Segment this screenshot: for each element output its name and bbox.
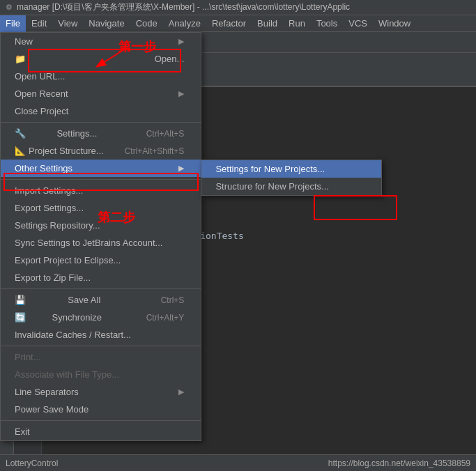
menu-file[interactable]: File bbox=[0, 15, 26, 32]
status-bar-left: LotteryControl bbox=[6, 458, 58, 468]
menu-entry-export-zip[interactable]: Export to Zip File... bbox=[1, 269, 201, 286]
menu-entry-export-settings[interactable]: Export Settings... bbox=[1, 199, 201, 217]
menu-entry-project-structure[interactable]: 📐 Project Structure... Ctrl+Alt+Shift+S bbox=[1, 142, 201, 160]
menu-navigate[interactable]: Navigate bbox=[83, 15, 130, 32]
menu-entry-power-save[interactable]: Power Save Mode bbox=[1, 401, 201, 418]
file-dropdown-menu[interactable]: New ▶ 📁 Open... Open URL... Open Recent … bbox=[0, 32, 201, 441]
dropdown-overlay: New ▶ 📁 Open... Open URL... Open Recent … bbox=[0, 32, 201, 441]
status-bar: LotteryControl https://blog.csdn.net/wei… bbox=[0, 454, 476, 471]
menu-edit[interactable]: Edit bbox=[26, 15, 52, 32]
menu-entry-synchronize[interactable]: 🔄 Synchronize Ctrl+Alt+Y bbox=[1, 309, 201, 326]
menu-entry-import-settings[interactable]: Import Settings... bbox=[1, 182, 201, 199]
menu-entry-print[interactable]: Print... bbox=[1, 348, 201, 366]
menu-vcs[interactable]: VCS bbox=[343, 15, 373, 32]
menu-entry-line-separators[interactable]: Line Separators ▶ bbox=[1, 383, 201, 401]
menu-entry-invalidate-caches[interactable]: Invalidate Caches / Restart... bbox=[1, 326, 201, 343]
submenu-structure-new-projects[interactable]: Structure for New Projects... bbox=[201, 178, 381, 195]
menu-bar: File Edit View Navigate Code Analyze Ref… bbox=[0, 15, 476, 32]
menu-entry-close-project[interactable]: Close Project bbox=[1, 102, 201, 120]
menu-entry-open[interactable]: 📁 Open... bbox=[1, 50, 201, 68]
separator-4 bbox=[1, 346, 201, 346]
menu-entry-new[interactable]: New ▶ bbox=[1, 33, 201, 50]
title-bar-icon: ⚙ bbox=[6, 3, 13, 12]
status-bar-url: https://blog.csdn.net/weixin_43538859 bbox=[328, 458, 470, 468]
menu-entry-export-eclipse[interactable]: Export Project to Eclipse... bbox=[1, 252, 201, 269]
menu-view[interactable]: View bbox=[52, 15, 83, 32]
menu-entry-save-all[interactable]: 💾 Save All Ctrl+S bbox=[1, 291, 201, 309]
menu-analyze[interactable]: Analyze bbox=[163, 15, 206, 32]
other-settings-submenu[interactable]: Settings for New Projects... Structure f… bbox=[201, 160, 382, 196]
menu-build[interactable]: Build bbox=[252, 15, 283, 32]
menu-entry-open-recent[interactable]: Open Recent ▶ bbox=[1, 85, 201, 102]
separator-1 bbox=[1, 122, 201, 123]
menu-entry-settings-repository[interactable]: Settings Repository... bbox=[1, 217, 201, 234]
bottom-item-lottery: LotteryControl bbox=[6, 458, 58, 468]
separator-2 bbox=[1, 179, 201, 180]
menu-entry-exit[interactable]: Exit bbox=[1, 423, 201, 440]
submenu-settings-new-projects[interactable]: Settings for New Projects... bbox=[201, 160, 381, 178]
menu-entry-sync-settings[interactable]: Sync Settings to JetBrains Account... bbox=[1, 234, 201, 252]
menu-window[interactable]: Window bbox=[373, 15, 416, 32]
menu-tools[interactable]: Tools bbox=[311, 15, 343, 32]
separator-3 bbox=[1, 288, 201, 289]
menu-entry-settings[interactable]: 🔧 Settings... Ctrl+Alt+S bbox=[1, 125, 201, 142]
title-bar: ⚙ manager [D:\项目\客户夹条管理系统\X-Member] - ..… bbox=[0, 0, 476, 15]
menu-run[interactable]: Run bbox=[283, 15, 311, 32]
menu-code[interactable]: Code bbox=[130, 15, 163, 32]
menu-entry-other-settings[interactable]: Other Settings ▶ Settings for New Projec… bbox=[1, 160, 201, 177]
menu-entry-open-url[interactable]: Open URL... bbox=[1, 68, 201, 85]
separator-5 bbox=[1, 420, 201, 421]
title-bar-text: manager [D:\项目\客户夹条管理系统\X-Member] - ...\… bbox=[17, 1, 350, 13]
menu-refactor[interactable]: Refactor bbox=[206, 15, 252, 32]
menu-entry-file-type[interactable]: Associate with File Type... bbox=[1, 366, 201, 383]
